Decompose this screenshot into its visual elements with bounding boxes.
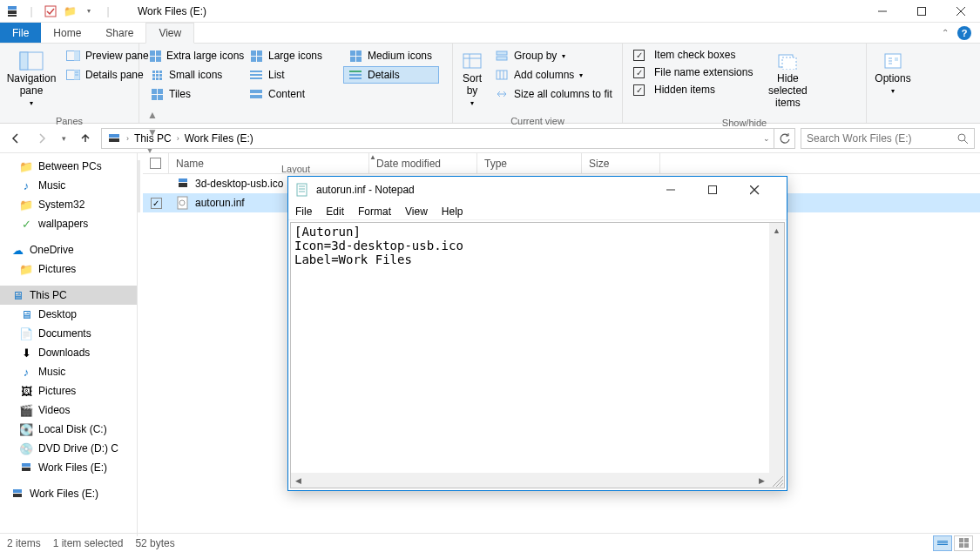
tree-this-pc[interactable]: 🖥This PC bbox=[0, 286, 137, 305]
search-box[interactable] bbox=[801, 128, 975, 149]
tab-home[interactable]: Home bbox=[41, 23, 93, 43]
svg-rect-29 bbox=[109, 134, 119, 138]
column-date[interactable]: Date modified bbox=[369, 153, 477, 173]
help-icon[interactable]: ? bbox=[957, 26, 971, 40]
ribbon: Navigation pane ▾ Preview pane Details p… bbox=[0, 44, 980, 124]
small-icons-button[interactable]: Small icons bbox=[145, 66, 240, 84]
search-icon[interactable] bbox=[956, 132, 969, 145]
tree-work-files-e[interactable]: Work Files (E:) bbox=[0, 458, 137, 477]
notepad-text-area[interactable] bbox=[291, 223, 769, 488]
notepad-window: autorun.inf - Notepad File Edit Format V… bbox=[287, 176, 787, 491]
details-view-button[interactable]: Details bbox=[343, 66, 439, 84]
notepad-title-bar[interactable]: autorun.inf - Notepad bbox=[288, 177, 787, 203]
notepad-vertical-scrollbar[interactable]: ▲ ▼ bbox=[769, 223, 784, 488]
extra-large-icons-button[interactable]: Extra large icons bbox=[145, 47, 240, 64]
notepad-menu-file[interactable]: File bbox=[295, 205, 312, 218]
breadcrumb-this-pc[interactable]: This PC bbox=[132, 132, 173, 145]
notepad-close-button[interactable] bbox=[750, 185, 774, 195]
svg-rect-35 bbox=[13, 489, 22, 493]
chevron-right-icon[interactable]: › bbox=[126, 134, 129, 143]
row-checkbox[interactable]: ✓ bbox=[151, 198, 162, 209]
breadcrumb-work-files[interactable]: Work Files (E:) bbox=[183, 132, 255, 145]
close-button[interactable] bbox=[941, 0, 980, 23]
layout-scroll-up-icon[interactable]: ▲ bbox=[147, 109, 158, 121]
tree-desktop[interactable]: 🖥Desktop bbox=[0, 305, 137, 324]
svg-rect-34 bbox=[22, 468, 30, 471]
file-name: autorun.inf bbox=[195, 197, 245, 209]
ribbon-collapse-icon[interactable]: ⌃ bbox=[942, 28, 949, 37]
recent-locations-button[interactable]: ▾ bbox=[57, 128, 70, 149]
scroll-up-icon[interactable]: ▲ bbox=[769, 223, 784, 238]
notepad-horizontal-scrollbar[interactable]: ◀ ▶ bbox=[291, 473, 769, 488]
breadcrumb-dropdown-icon[interactable]: ⌄ bbox=[763, 134, 770, 143]
scroll-right-icon[interactable]: ▶ bbox=[754, 473, 769, 488]
tree-dvd-drive[interactable]: 💿DVD Drive (D:) C bbox=[0, 439, 137, 458]
tree-music[interactable]: ♪Music bbox=[0, 176, 137, 195]
qat-folder-icon[interactable]: 📁 bbox=[63, 4, 77, 18]
notepad-menu-view[interactable]: View bbox=[405, 205, 428, 218]
sort-by-button[interactable]: Sort by ▾ bbox=[458, 47, 486, 111]
tree-wallpapers[interactable]: ✓wallpapers bbox=[0, 214, 137, 233]
hidden-items-toggle[interactable]: ✓Hidden items bbox=[628, 82, 758, 98]
tree-documents[interactable]: 📄Documents bbox=[0, 324, 137, 343]
item-checkboxes-toggle[interactable]: ✓Item check boxes bbox=[628, 47, 758, 63]
column-name[interactable]: Name bbox=[169, 153, 369, 173]
minimize-button[interactable] bbox=[862, 0, 902, 23]
group-by-button[interactable]: Group by ▾ bbox=[490, 47, 618, 64]
medium-icons-button[interactable]: Medium icons bbox=[343, 47, 439, 64]
breadcrumb-drive-icon[interactable] bbox=[105, 131, 123, 145]
breadcrumb[interactable]: › This PC › Work Files (E:) ⌄ bbox=[101, 128, 774, 149]
notepad-body: ▲ ▼ ◀ ▶ bbox=[290, 222, 785, 488]
svg-rect-38 bbox=[179, 183, 187, 187]
up-button[interactable] bbox=[75, 128, 96, 149]
maximize-button[interactable] bbox=[902, 0, 941, 23]
thumbnails-view-toggle[interactable] bbox=[954, 535, 973, 551]
column-check[interactable] bbox=[143, 153, 169, 173]
column-type[interactable]: Type bbox=[477, 153, 582, 173]
notepad-menu-format[interactable]: Format bbox=[358, 205, 391, 218]
size-columns-button[interactable]: Size all columns to fit bbox=[490, 85, 618, 103]
notepad-menu-help[interactable]: Help bbox=[442, 205, 463, 218]
tree-system32[interactable]: 📁System32 bbox=[0, 195, 137, 214]
notepad-menu-edit[interactable]: Edit bbox=[326, 205, 344, 218]
details-view-toggle[interactable] bbox=[933, 535, 952, 551]
tree-local-disk-c[interactable]: 💽Local Disk (C:) bbox=[0, 420, 137, 439]
refresh-button[interactable] bbox=[774, 128, 795, 149]
tree-pictures-pc[interactable]: 🖼Pictures bbox=[0, 381, 137, 401]
tab-file[interactable]: File bbox=[0, 23, 41, 43]
scroll-left-icon[interactable]: ◀ bbox=[291, 473, 306, 488]
notepad-minimize-button[interactable] bbox=[666, 185, 691, 195]
tab-share[interactable]: Share bbox=[93, 23, 145, 43]
tree-work-files-e-root[interactable]: Work Files (E:) bbox=[0, 484, 137, 503]
row-checkbox[interactable] bbox=[151, 178, 162, 190]
column-size[interactable]: Size bbox=[582, 153, 660, 173]
chevron-right-icon[interactable]: › bbox=[177, 134, 179, 143]
app-icon bbox=[5, 4, 19, 18]
tree-onedrive-pictures[interactable]: 📁Pictures bbox=[0, 259, 137, 279]
notepad-resize-grip[interactable] bbox=[769, 473, 784, 488]
content-button[interactable]: Content bbox=[244, 85, 340, 103]
navigation-pane-button[interactable]: Navigation pane ▾ bbox=[5, 47, 57, 111]
tree-music-pc[interactable]: ♪Music bbox=[0, 362, 137, 381]
qat-dropdown-icon[interactable]: ▾ bbox=[82, 4, 96, 18]
forward-button[interactable] bbox=[31, 128, 52, 149]
notepad-maximize-button[interactable] bbox=[708, 185, 733, 195]
search-input[interactable] bbox=[807, 132, 956, 145]
svg-rect-20 bbox=[497, 57, 507, 60]
qat-checkbox-icon[interactable] bbox=[44, 4, 57, 18]
navigation-tree[interactable]: 📁Between PCs ♪Music 📁System32 ✓wallpaper… bbox=[0, 153, 138, 536]
add-columns-button[interactable]: Add columns ▾ bbox=[490, 66, 618, 84]
file-extensions-toggle[interactable]: ✓File name extensions bbox=[628, 64, 758, 80]
tree-onedrive[interactable]: ☁OneDrive bbox=[0, 240, 137, 259]
tiles-button[interactable]: Tiles bbox=[145, 85, 240, 103]
tree-videos[interactable]: 🎬Videos bbox=[0, 401, 137, 420]
hide-selected-button[interactable]: Hide selected items bbox=[761, 47, 814, 112]
list-button[interactable]: List bbox=[244, 66, 340, 84]
large-icons-button[interactable]: Large icons bbox=[244, 47, 340, 64]
tree-between-pcs[interactable]: 📁Between PCs bbox=[0, 157, 137, 176]
options-button[interactable]: Options ▾ bbox=[872, 47, 914, 98]
tree-downloads[interactable]: ⬇Downloads bbox=[0, 343, 137, 362]
back-button[interactable] bbox=[5, 128, 26, 149]
tab-view[interactable]: View bbox=[145, 23, 194, 44]
svg-rect-2 bbox=[8, 15, 17, 17]
